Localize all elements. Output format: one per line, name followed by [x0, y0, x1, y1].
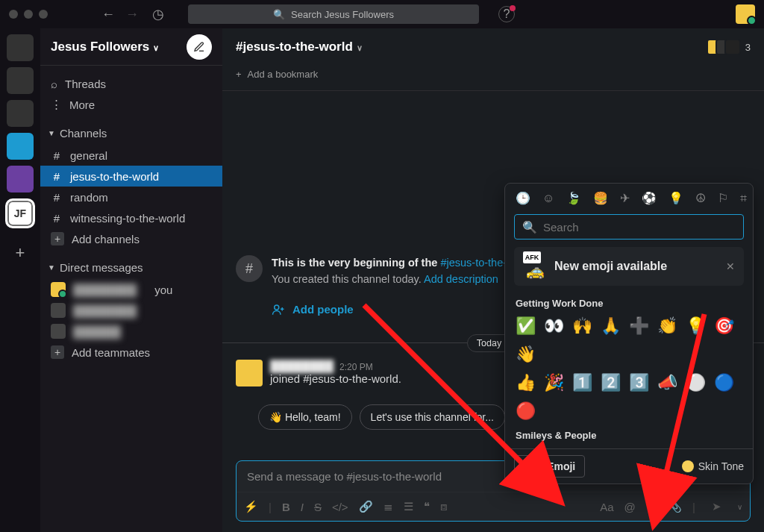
activity-tab-icon[interactable]: ✈: [620, 191, 630, 205]
bold-icon[interactable]: B: [282, 501, 290, 513]
objects-tab-icon[interactable]: 💡: [668, 191, 683, 205]
smileys-tab-icon[interactable]: ☺: [542, 192, 554, 205]
maximize-window[interactable]: [39, 10, 48, 19]
mention-icon[interactable]: @: [624, 501, 636, 513]
channel-witnessing[interactable]: #witnessing-to-the-world: [40, 207, 222, 228]
hash-icon: #: [51, 170, 63, 183]
emoji-cell[interactable]: 🙌: [569, 313, 595, 339]
emoji-search-input[interactable]: [543, 221, 736, 234]
emoji-cell[interactable]: 👋: [513, 342, 538, 367]
avatar: [51, 303, 66, 318]
emoji-cell[interactable]: 🔴: [513, 398, 538, 424]
back-arrow-icon[interactable]: ←: [101, 7, 115, 22]
symbols-tab-icon[interactable]: ☮: [695, 191, 706, 205]
emoji-section-smileys: Smileys & People: [505, 425, 753, 444]
nature-tab-icon[interactable]: 🍃: [566, 191, 581, 205]
workspace-switch-1[interactable]: [7, 34, 34, 61]
italic-icon[interactable]: I: [301, 501, 304, 513]
workspace-switch-4[interactable]: [7, 133, 34, 160]
lightning-icon[interactable]: ⚡: [244, 500, 258, 513]
strike-icon[interactable]: S: [314, 501, 322, 513]
quote-icon[interactable]: ❝: [424, 500, 430, 513]
travel-tab-icon[interactable]: ⚽: [642, 191, 657, 205]
emoji-icon[interactable]: ☺: [646, 501, 657, 513]
channel-general[interactable]: #general: [40, 145, 222, 166]
suggestion-channel-for[interactable]: Let's use this channel for...: [360, 404, 505, 430]
emoji-cell[interactable]: 👏: [654, 313, 680, 339]
recent-tab-icon[interactable]: 🕒: [516, 191, 530, 205]
threads-link[interactable]: ⌕Threads: [40, 73, 222, 94]
emoji-cell[interactable]: 2️⃣: [598, 370, 623, 395]
emoji-cell[interactable]: ✅: [513, 313, 538, 339]
emoji-cell[interactable]: 👀: [541, 313, 566, 339]
search-bar[interactable]: 🔍 Search Jesus Followers: [188, 4, 479, 24]
add-workspace-icon[interactable]: +: [16, 243, 25, 263]
code-icon[interactable]: </>: [332, 501, 348, 513]
bullet-list-icon[interactable]: ☰: [404, 500, 413, 513]
skin-tone-button[interactable]: Skin Tone: [682, 460, 744, 472]
sidebar-header[interactable]: Jesus Followers ∨: [40, 28, 222, 66]
channels-section[interactable]: ▼Channels: [40, 121, 222, 145]
emoji-cell[interactable]: 💡: [683, 313, 708, 339]
dm-section[interactable]: ▼Direct messages: [40, 255, 222, 279]
help-icon[interactable]: ?: [498, 6, 515, 22]
emoji-cell[interactable]: 🎉: [541, 370, 566, 395]
dm-self[interactable]: ████████ you: [40, 279, 222, 300]
more-link[interactable]: ⋮More: [40, 94, 222, 115]
hash-icon: #: [51, 212, 63, 225]
send-options-icon[interactable]: ∨: [737, 503, 742, 511]
emoji-cell[interactable]: ⚪: [683, 370, 708, 395]
add-teammates[interactable]: +Add teammates: [40, 342, 222, 363]
hash-icon: #: [51, 149, 63, 162]
channel-title[interactable]: #jesus-to-the-world ∨: [236, 40, 363, 54]
flags-tab-icon[interactable]: ⚐: [718, 191, 728, 205]
dm-user-2[interactable]: ██████: [40, 321, 222, 342]
history-icon[interactable]: ◷: [152, 6, 164, 22]
avatar[interactable]: [236, 360, 263, 387]
members-button[interactable]: 3: [707, 39, 751, 55]
minimize-window[interactable]: [24, 10, 33, 19]
code-block-icon[interactable]: ⧈: [440, 500, 448, 513]
forward-arrow-icon[interactable]: →: [125, 7, 139, 22]
suggestion-hello[interactable]: 👋 Hello, team!: [258, 404, 352, 430]
workspace-switch-3[interactable]: [7, 100, 34, 127]
workspace-active[interactable]: JF: [5, 198, 35, 228]
emoji-cell[interactable]: 🎯: [711, 313, 736, 339]
emoji-cell[interactable]: 1️⃣: [569, 370, 595, 395]
workspace-switch-2[interactable]: [7, 67, 34, 94]
workspace-switch-5[interactable]: [7, 166, 34, 193]
nav-arrows: ← →: [101, 7, 139, 22]
food-tab-icon[interactable]: 🍔: [593, 191, 608, 205]
ordered-list-icon[interactable]: ≣: [383, 500, 393, 513]
hash-icon: #: [51, 191, 63, 204]
add-description-link[interactable]: Add description: [424, 273, 498, 285]
avatar: [724, 39, 741, 55]
close-icon[interactable]: ✕: [726, 260, 735, 272]
send-button[interactable]: ➤: [706, 497, 727, 516]
emoji-cell[interactable]: 🙏: [598, 313, 623, 339]
emoji-grid-work: ✅👀🙌🙏➕👏💡🎯👋: [505, 312, 753, 369]
add-bookmark[interactable]: +Add a bookmark: [222, 66, 764, 91]
attach-icon[interactable]: 📎: [668, 500, 682, 513]
emoji-cell[interactable]: ➕: [626, 313, 651, 339]
link-icon[interactable]: 🔗: [359, 500, 373, 513]
dm-user-1[interactable]: ████████: [40, 300, 222, 321]
user-avatar[interactable]: [736, 4, 755, 24]
emoji-cell[interactable]: 📣: [654, 370, 680, 395]
format-icon[interactable]: Aa: [600, 501, 613, 513]
close-window[interactable]: [9, 10, 18, 19]
channel-jesus-to-the-world[interactable]: #jesus-to-the-world: [40, 166, 222, 187]
plus-icon: +: [51, 345, 64, 359]
channel-random[interactable]: #random: [40, 187, 222, 207]
add-channels[interactable]: +Add channels: [40, 228, 222, 249]
search-icon: 🔍: [273, 9, 285, 20]
emoji-cell[interactable]: 👍: [513, 370, 538, 395]
compose-button[interactable]: [187, 34, 212, 60]
emoji-cell[interactable]: 3️⃣: [626, 370, 651, 395]
message-author[interactable]: ████████: [270, 360, 334, 372]
message-time: 2:20 PM: [339, 362, 373, 372]
custom-tab-icon[interactable]: ⌗: [740, 192, 747, 205]
emoji-search[interactable]: 🔍: [514, 214, 744, 240]
emoji-cell[interactable]: 🔵: [711, 370, 736, 395]
add-emoji-button[interactable]: Add Emoji: [514, 455, 585, 478]
